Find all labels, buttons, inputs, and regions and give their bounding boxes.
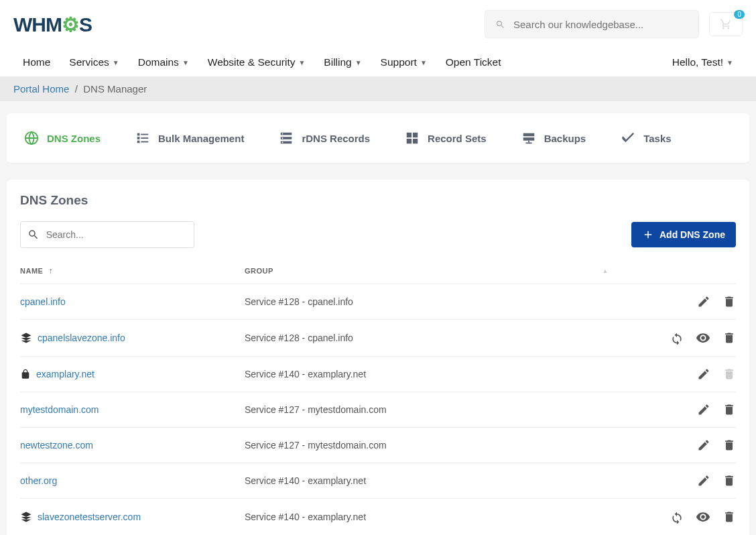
tab-icon — [24, 131, 39, 145]
table-row: newtestzone.comService #127 - mytestdoma… — [20, 428, 736, 463]
tab-icon — [279, 131, 294, 145]
zone-group: Service #127 - mytestdomain.com — [245, 440, 635, 451]
table-row: mytestdomain.comService #127 - mytestdom… — [20, 392, 736, 428]
table-row: examplary.netService #140 - examplary.ne… — [20, 357, 736, 392]
table-row: cpanelslavezone.infoService #128 - cpane… — [20, 320, 736, 357]
dns-tabs: DNS ZonesBulk ManagementrDNS RecordsReco… — [7, 113, 749, 163]
tab-icon — [521, 131, 536, 145]
panel-title: DNS Zones — [20, 193, 736, 208]
svg-rect-14 — [413, 133, 418, 137]
edit-button[interactable] — [697, 403, 710, 416]
zone-search[interactable] — [20, 221, 194, 248]
main-nav: HomeServices ▼Domains ▼Website & Securit… — [13, 48, 511, 76]
nav-item-support[interactable]: Support ▼ — [371, 48, 436, 76]
nav-item-billing[interactable]: Billing ▼ — [314, 48, 371, 76]
table-row: slavezonetestserver.comService #140 - ex… — [20, 499, 736, 535]
svg-point-10 — [282, 133, 284, 135]
lock-icon — [20, 368, 31, 380]
delete-button[interactable] — [722, 510, 736, 524]
sort-asc-icon: ↑ — [48, 266, 53, 276]
logo[interactable]: WHM⚙S — [13, 13, 92, 36]
zone-group: Service #128 - cpanel.info — [245, 296, 635, 307]
zone-link[interactable]: examplary.net — [36, 369, 94, 379]
zone-link[interactable]: other.org — [20, 475, 57, 486]
refresh-button[interactable] — [670, 331, 684, 345]
tab-rdns-records[interactable]: rDNS Records — [268, 125, 381, 151]
svg-rect-18 — [523, 137, 534, 141]
svg-rect-15 — [407, 139, 412, 143]
zone-link[interactable]: slavezonetestserver.com — [38, 512, 141, 522]
zone-link[interactable]: newtestzone.com — [20, 440, 93, 451]
view-button[interactable] — [696, 510, 710, 524]
plus-icon — [642, 229, 654, 241]
breadcrumb: Portal Home / DNS Manager — [0, 76, 756, 101]
breadcrumb-current: DNS Manager — [83, 83, 147, 95]
svg-rect-1 — [137, 133, 140, 136]
search-icon — [495, 19, 505, 29]
edit-button[interactable] — [697, 295, 710, 308]
table-row: other.orgService #140 - examplary.net — [20, 463, 736, 499]
svg-point-12 — [282, 142, 284, 143]
refresh-button[interactable] — [670, 510, 684, 524]
user-menu[interactable]: Hello, Test! ▼ — [663, 48, 743, 76]
nav-item-domains[interactable]: Domains ▼ — [129, 48, 198, 76]
user-greeting-label: Hello, Test! — [672, 56, 723, 68]
col-group-header[interactable]: GROUP ▲ — [245, 266, 635, 276]
chevron-down-icon: ▼ — [182, 59, 189, 66]
nav-item-services[interactable]: Services ▼ — [60, 48, 128, 76]
zone-group: Service #128 - cpanel.info — [245, 333, 635, 343]
tab-icon — [135, 131, 150, 145]
nav-item-website-security[interactable]: Website & Security ▼ — [198, 48, 315, 76]
chevron-down-icon: ▼ — [113, 59, 119, 66]
svg-rect-2 — [141, 134, 148, 135]
zone-search-input[interactable] — [46, 229, 187, 240]
delete-button[interactable] — [722, 474, 736, 487]
zone-link[interactable]: cpanelslavezone.info — [38, 333, 125, 343]
svg-rect-17 — [523, 133, 534, 137]
view-button[interactable] — [696, 331, 710, 345]
delete-button[interactable] — [722, 438, 736, 452]
zone-group: Service #140 - examplary.net — [245, 475, 635, 486]
svg-rect-6 — [141, 141, 148, 143]
delete-button[interactable] — [722, 295, 736, 308]
svg-rect-13 — [407, 133, 412, 137]
tab-bulk-management[interactable]: Bulk Management — [125, 125, 255, 151]
svg-rect-20 — [525, 142, 531, 143]
svg-point-11 — [282, 137, 284, 139]
col-name-header[interactable]: NAME ↑ — [20, 266, 245, 276]
tab-backups[interactable]: Backups — [511, 125, 597, 151]
tab-icon — [621, 131, 635, 145]
svg-rect-19 — [528, 141, 529, 143]
table-header: NAME ↑ GROUP ▲ — [20, 258, 736, 284]
delete-button[interactable] — [722, 403, 736, 416]
kb-search-input[interactable] — [513, 19, 688, 30]
layers-icon — [20, 332, 32, 344]
cart-button[interactable]: 0 — [709, 12, 743, 36]
delete-button — [722, 367, 736, 381]
svg-rect-16 — [413, 139, 418, 143]
nav-item-open-ticket[interactable]: Open Ticket — [436, 48, 511, 76]
edit-button[interactable] — [697, 438, 710, 452]
chevron-down-icon: ▼ — [298, 59, 305, 66]
delete-button[interactable] — [722, 331, 736, 345]
table-row: cpanel.infoService #128 - cpanel.info — [20, 284, 736, 320]
dns-zones-panel: DNS Zones Add DNS Zone NAME ↑ GROUP ▲ cp… — [7, 180, 749, 535]
zone-group: Service #140 - examplary.net — [245, 369, 635, 379]
breadcrumb-home[interactable]: Portal Home — [13, 83, 69, 95]
tab-record-sets[interactable]: Record Sets — [394, 125, 497, 151]
kb-search[interactable] — [485, 10, 699, 38]
zone-link[interactable]: mytestdomain.com — [20, 404, 99, 415]
tab-tasks[interactable]: Tasks — [610, 125, 682, 151]
layers-icon — [20, 511, 32, 523]
svg-rect-5 — [137, 141, 140, 143]
add-dns-zone-button[interactable]: Add DNS Zone — [631, 222, 736, 247]
edit-button[interactable] — [697, 474, 710, 487]
zone-link[interactable]: cpanel.info — [20, 296, 66, 307]
search-icon — [27, 228, 40, 241]
tab-dns-zones[interactable]: DNS Zones — [13, 125, 111, 151]
nav-item-home[interactable]: Home — [13, 48, 60, 76]
chevron-down-icon: ▼ — [420, 59, 427, 66]
chevron-down-icon: ▼ — [727, 59, 733, 66]
edit-button[interactable] — [697, 367, 710, 381]
zone-group: Service #140 - examplary.net — [245, 512, 635, 522]
